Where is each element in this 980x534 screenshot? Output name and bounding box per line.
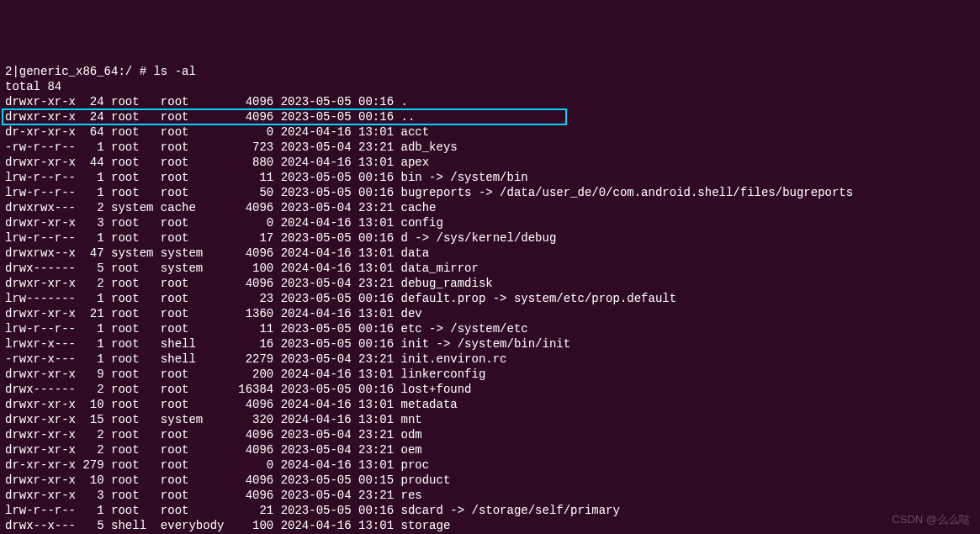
terminal-output[interactable]: 2|generic_x86_64:/ # ls -altotal 84drwxr… bbox=[5, 64, 975, 534]
file-entry: drwxrwx--- 2 system cache 4096 2023-05-0… bbox=[5, 200, 975, 215]
file-entry: dr-xr-xr-x 279 root root 0 2024-04-16 13… bbox=[5, 457, 975, 473]
file-entry: lrw-r--r-- 1 root root 11 2023-05-05 00:… bbox=[5, 321, 975, 336]
file-entry: drwx--x--- 5 shell everybody 100 2024-04… bbox=[5, 518, 975, 533]
file-entry: drwx------ 5 root system 100 2024-04-16 … bbox=[5, 261, 975, 276]
file-entry: drwx------ 2 root root 16384 2023-05-05 … bbox=[5, 382, 975, 397]
file-entry: lrw-r--r-- 1 root root 50 2023-05-05 00:… bbox=[5, 185, 975, 200]
file-entry: dr-xr-xr-x 64 root root 0 2024-04-16 13:… bbox=[5, 124, 975, 140]
file-entry: drwxr-xr-x 2 root root 4096 2023-05-04 2… bbox=[5, 442, 975, 457]
file-entry: lrw------- 1 root root 23 2023-05-05 00:… bbox=[5, 291, 975, 306]
file-entry: -rw-r--r-- 1 root root 723 2023-05-04 23… bbox=[5, 140, 975, 155]
command: ls -al bbox=[153, 65, 195, 78]
total-line: total 84 bbox=[5, 79, 975, 94]
file-entry: -rwxr-x--- 1 root shell 2279 2023-05-04 … bbox=[5, 352, 975, 367]
file-entry: drwxr-xr-x 44 root root 880 2024-04-16 1… bbox=[5, 155, 975, 170]
file-entry: drwxrwx--x 47 system system 4096 2024-04… bbox=[5, 246, 975, 261]
watermark: CSDN @么么哒 bbox=[892, 512, 970, 527]
file-entry: lrw-r--r-- 1 root root 17 2023-05-05 00:… bbox=[5, 230, 975, 246]
file-entry: drwxr-xr-x 15 root system 320 2024-04-16… bbox=[5, 412, 975, 427]
file-entry: lrw-r--r-- 1 root root 11 2023-05-05 00:… bbox=[5, 170, 975, 185]
file-entry: drwxr-xr-x 2 root root 4096 2023-05-04 2… bbox=[5, 427, 975, 442]
file-entry: drwxr-xr-x 2 root root 4096 2023-05-04 2… bbox=[5, 276, 975, 291]
shell-prompt: 2|generic_x86_64:/ # bbox=[5, 65, 153, 78]
file-entry: drwxr-xr-x 3 root root 0 2024-04-16 13:0… bbox=[5, 215, 975, 230]
file-entry: lrw-r--r-- 1 root root 21 2023-05-05 00:… bbox=[5, 503, 975, 518]
file-entry: drwxr-xr-x 24 root root 4096 2023-05-05 … bbox=[5, 109, 975, 124]
file-entry: drwxr-xr-x 3 root root 4096 2023-05-04 2… bbox=[5, 488, 975, 503]
file-entry: drwxr-xr-x 21 root root 1360 2024-04-16 … bbox=[5, 306, 975, 321]
file-entry: drwxr-xr-x 10 root root 4096 2023-05-05 … bbox=[5, 473, 975, 488]
file-entry: lrwxr-x--- 1 root shell 16 2023-05-05 00… bbox=[5, 336, 975, 352]
file-entry: drwxr-xr-x 9 root root 200 2024-04-16 13… bbox=[5, 367, 975, 382]
file-entry: drwxr-xr-x 24 root root 4096 2023-05-05 … bbox=[5, 94, 975, 109]
prompt-line: 2|generic_x86_64:/ # ls -al bbox=[5, 64, 975, 79]
file-entry: drwxr-xr-x 10 root root 4096 2024-04-16 … bbox=[5, 397, 975, 412]
